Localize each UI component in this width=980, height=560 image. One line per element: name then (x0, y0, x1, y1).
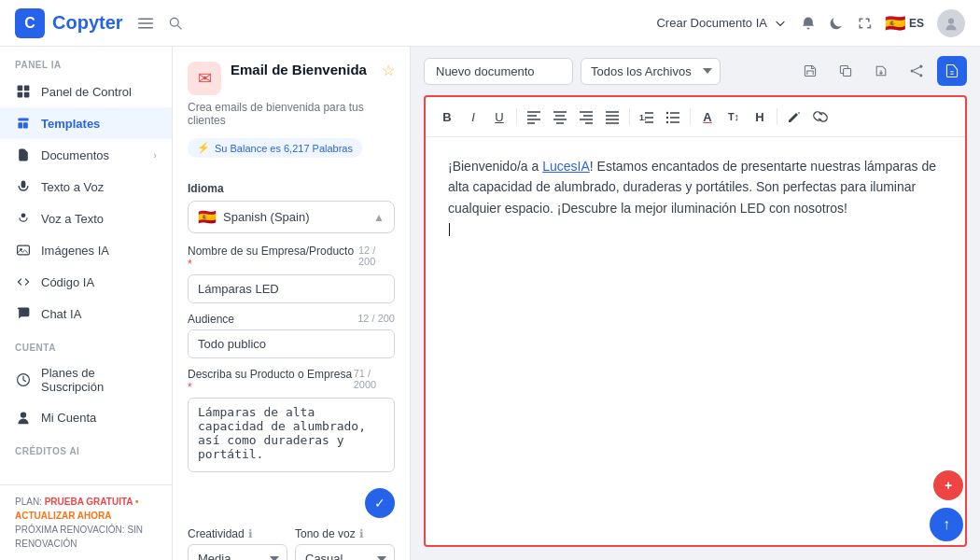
idioma-label: Idioma (188, 182, 395, 195)
template-type-icon: ✉ (188, 62, 221, 95)
fab-area: + ↑ (930, 470, 963, 541)
copy-doc-icon[interactable] (831, 56, 861, 86)
sidebar-item-templates[interactable]: Templates (0, 107, 172, 139)
sidebar-item-voz-texto[interactable]: Voz a Texto (0, 203, 172, 234)
editor-toolbar: B I U 1. (426, 97, 965, 137)
fab-add-button[interactable]: + (933, 470, 963, 500)
creatividad-info-icon[interactable]: ℹ (248, 527, 253, 540)
sidebar-item-chat-ia[interactable]: Chat IA (0, 298, 172, 329)
tono-info-icon[interactable]: ℹ (359, 527, 364, 540)
describe-field-label: Describa su Producto o Empresa * 71 / 20… (188, 368, 395, 394)
ordered-list-button[interactable]: 1. (635, 105, 659, 129)
sidebar-item-panel-control[interactable]: Panel de Control (0, 76, 172, 107)
sidebar-item-documentos[interactable]: Documentos › (0, 139, 172, 171)
code-icon (15, 273, 32, 290)
svg-point-3 (170, 18, 178, 26)
sidebar-item-label: Voz a Texto (41, 212, 104, 226)
required-indicator2: * (188, 381, 192, 394)
template-description: Crea emails de bienvenida para tus clien… (188, 101, 395, 127)
align-justify-button[interactable] (600, 105, 624, 129)
underline-button[interactable]: U (487, 105, 511, 129)
unordered-list-button[interactable] (661, 105, 685, 129)
sidebar-item-planes[interactable]: Planes de Suscripción (0, 358, 172, 401)
sidebar-item-label: Planes de Suscripción (41, 366, 157, 394)
sidebar-credits-info: PLAN: PRUEBA GRATUITA • ACTUALIZAR AHORA… (0, 484, 172, 560)
fullscreen-icon[interactable] (857, 16, 872, 31)
align-left-button[interactable] (522, 105, 546, 129)
document-name-input[interactable] (424, 58, 573, 85)
editor-content[interactable]: ¡Bienvenido/a a LucesIA! Estamos encanta… (426, 137, 965, 545)
audience-field-label: Audience 12 / 200 (188, 313, 395, 326)
app-body: PANEL IA Panel de Control Templates Docu… (0, 47, 980, 560)
font-size-button[interactable]: T↕ (721, 105, 746, 129)
notifications-icon[interactable] (801, 16, 816, 31)
align-right-button[interactable] (574, 105, 598, 129)
image-icon (15, 242, 32, 259)
svg-rect-0 (138, 18, 153, 20)
logo[interactable]: C Copyter (15, 8, 123, 38)
share-doc-icon[interactable] (902, 56, 931, 86)
describe-char-count: 71 / 2000 (354, 368, 395, 394)
grid-icon (15, 83, 32, 100)
svg-rect-7 (18, 92, 23, 98)
sidebar-item-codigo-ia[interactable]: Código IA (0, 266, 172, 298)
toolbar-separator-2 (629, 108, 630, 125)
svg-point-40 (666, 117, 668, 119)
chevron-right-icon: › (153, 149, 157, 161)
svg-point-15 (919, 74, 922, 77)
document-icon (15, 147, 32, 163)
header-right: Crear Documento IA 🇪🇸 ES (656, 9, 965, 37)
template-config-panel: ✉ Email de Bienvenida ☆ Crea emails de b… (173, 47, 411, 560)
sidebar-item-texto-voz[interactable]: Texto a Voz (0, 171, 172, 203)
user-avatar[interactable] (937, 9, 965, 37)
lightning-icon: ⚡ (197, 142, 210, 154)
template-title: Email de Bienvenida (231, 62, 372, 77)
sidebar-cuenta-label: CUENTA (0, 329, 172, 358)
template-icon (15, 115, 32, 132)
export-doc-icon[interactable] (866, 56, 896, 86)
creatividad-select[interactable]: MediaBajaAlta (188, 544, 287, 560)
link-button[interactable] (808, 105, 833, 129)
favorite-star-icon[interactable]: ☆ (382, 62, 395, 79)
chat-icon (15, 305, 32, 322)
fab-scroll-top-button[interactable]: ↑ (930, 508, 963, 541)
sidebar-item-label: Código IA (41, 275, 94, 289)
archive-select[interactable]: Todos los Archivos (581, 58, 721, 85)
dark-mode-icon[interactable] (829, 16, 844, 31)
empresa-char-count: 12 / 200 (358, 245, 395, 271)
language-dropdown[interactable]: 🇪🇸 Spanish (Spain) ▲ (188, 201, 395, 233)
svg-point-39 (666, 112, 668, 114)
sidebar-item-label: Mi Cuenta (41, 411, 96, 425)
bold-button[interactable]: B (435, 105, 459, 129)
logo-name: Copyter (52, 12, 123, 34)
text-color-button[interactable]: A (695, 105, 720, 129)
user-icon (15, 409, 32, 426)
audio-icon (15, 178, 32, 195)
topbar-actions (795, 56, 967, 86)
svg-rect-5 (18, 86, 23, 91)
pen-tool-button[interactable] (782, 105, 806, 129)
plan-type: PRUEBA GRATUITA (45, 497, 133, 507)
crear-documento-button[interactable]: Crear Documento IA (656, 16, 788, 31)
menu-toggle-icon[interactable] (138, 16, 153, 31)
active-doc-icon[interactable] (937, 56, 967, 86)
empresa-input[interactable] (188, 274, 395, 303)
language-selector[interactable]: 🇪🇸 ES (885, 13, 924, 34)
audience-char-count: 12 / 200 (357, 313, 395, 326)
save-doc-icon[interactable] (795, 56, 825, 86)
mic-icon (15, 210, 32, 227)
checkmark-icon: ✓ (374, 496, 385, 511)
align-center-button[interactable] (548, 105, 572, 129)
empresa-field-label: Nombre de su Empresa/Producto * 12 / 200 (188, 245, 395, 271)
audience-input[interactable] (188, 329, 395, 358)
search-icon[interactable] (168, 16, 183, 31)
sidebar-item-mi-cuenta[interactable]: Mi Cuenta (0, 401, 172, 433)
italic-button[interactable]: I (461, 105, 485, 129)
heading-button[interactable]: H (748, 105, 772, 129)
editor-link[interactable]: LucesIA (542, 159, 590, 174)
svg-rect-2 (138, 27, 153, 29)
tono-select[interactable]: CasualFormalHumorístico (295, 544, 395, 560)
describe-textarea[interactable]: Lámparas de alta capacidad de alumbrado,… (188, 398, 395, 472)
sidebar-item-imagenes-ia[interactable]: Imágenes IA (0, 234, 172, 266)
generate-button[interactable]: ✓ (365, 488, 395, 518)
